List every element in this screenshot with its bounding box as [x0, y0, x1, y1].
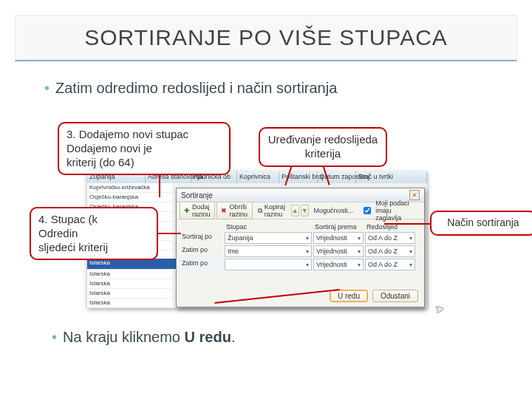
excel-header: Stač u tvrtki — [356, 171, 427, 183]
ok-button[interactable]: U redu — [330, 290, 368, 302]
callout-column: 4. Stupac (k Odredin sljedeći kriterij — [30, 207, 158, 260]
chevron-down-icon: ▾ — [409, 235, 412, 242]
sort-column-select[interactable]: ▾ — [225, 259, 312, 270]
chevron-down-icon: ▾ — [306, 248, 309, 255]
add-level-label: Dodaj razinu — [192, 203, 211, 218]
excel-cell: Istarska — [87, 289, 172, 299]
bullet-1: •Zatim odredimo redoslijed i način sorti… — [44, 80, 337, 97]
dialog-toolbar: ✚ Dodaj razinu ✖ Obriši razinu ⧉ Kopiraj… — [177, 202, 424, 219]
excel-cell: Istarska — [87, 279, 172, 289]
sort-order-select[interactable]: Od A do Z▾ — [365, 259, 415, 270]
sort-order-select[interactable]: Od A do Z▾ — [365, 245, 415, 257]
col-header-sorton: Sortiraj prema — [313, 222, 364, 231]
move-up-button[interactable]: ▲ — [291, 205, 299, 216]
sort-row-3: Zatim po ▾ Vrijednosti▾ Od A do Z▾ — [180, 258, 421, 271]
bullet-2-post: . — [231, 329, 236, 345]
chevron-down-icon: ▾ — [358, 262, 361, 268]
cursor-icon: ➤ — [434, 302, 446, 316]
callout-order: Uređivanje redoslijeda kriterija — [259, 127, 387, 167]
chevron-down-icon: ▾ — [358, 248, 361, 255]
delete-level-button[interactable]: ✖ Obriši razinu — [216, 202, 252, 219]
checkbox-icon[interactable] — [364, 207, 371, 214]
chevron-down-icon: ▾ — [409, 248, 412, 255]
sort-column-select[interactable]: Županija▾ — [225, 232, 312, 244]
page-title: SORTIRANJE PO VIŠE STUPACA — [15, 15, 517, 61]
chevron-down-icon: ▾ — [306, 262, 309, 268]
has-headers-checkbox[interactable]: Moji podaci imaju zaglavlja — [360, 199, 421, 222]
sort-on-select[interactable]: Vrijednosti▾ — [313, 232, 364, 244]
dialog-buttons: U redu Odustani — [330, 290, 418, 302]
move-down-button[interactable]: ▼ — [301, 205, 309, 216]
bullet-1-text: Zatim odredimo redoslijed i način sortir… — [55, 80, 337, 96]
chevron-down-icon: ▾ — [409, 262, 412, 268]
sort-column-select[interactable]: Ime▾ — [225, 245, 312, 257]
excel-header: Datum zaposlenj — [318, 171, 356, 183]
excel-header: Koprivnica — [237, 171, 279, 183]
excel-cell: Istarska — [87, 270, 172, 279]
bullet-dot-icon: • — [52, 329, 57, 345]
callout-add-level: 3. Dodajemo novi stupac Dodajemo novi je… — [58, 122, 231, 175]
sort-dialog: Sortiranje × ✚ Dodaj razinu ✖ Obriši raz… — [176, 188, 425, 307]
dialog-title: Sortiranje — [181, 191, 213, 200]
cancel-button[interactable]: Odustani — [372, 290, 418, 302]
copy-level-label: Kopiraj razinu — [265, 203, 286, 218]
sort-row-label: Sortiraj po — [180, 231, 224, 245]
chevron-down-icon: ▾ — [358, 235, 361, 242]
copy-icon: ⧉ — [258, 207, 262, 215]
sort-row-1: Sortiraj po Županija▾ Vrijednosti▾ Od A … — [180, 231, 421, 245]
bullet-2: •Na kraju kliknemo U redu. — [52, 329, 235, 346]
slide: SORTIRANJE PO VIŠE STUPACA •Zatim odredi… — [0, 0, 532, 399]
bullet-dot-icon: • — [44, 80, 50, 96]
sort-row-label: Zatim po — [180, 245, 224, 258]
options-button[interactable]: Mogućnosti... — [310, 206, 358, 215]
has-headers-label: Moji podaci imaju zaglavlja — [375, 200, 417, 222]
bullet-2-pre: Na kraju kliknemo — [63, 329, 185, 345]
x-icon: ✖ — [221, 207, 227, 214]
excel-selected-cell: Istarska — [87, 259, 177, 269]
connector-line — [384, 223, 432, 225]
callout-sortmode: Način sortiranja — [430, 211, 532, 236]
sort-order-select[interactable]: Od A do Z▾ — [365, 232, 415, 244]
excel-cell: Istarska — [87, 299, 172, 308]
sort-on-select[interactable]: Vrijednosti▾ — [313, 245, 364, 257]
chevron-down-icon: ▾ — [306, 235, 309, 242]
copy-level-button[interactable]: ⧉ Kopiraj razinu — [254, 202, 290, 219]
delete-level-label: Obriši razinu — [229, 203, 248, 218]
col-header-column: Stupac — [224, 222, 313, 231]
sort-row-label: Zatim po — [180, 258, 224, 271]
add-level-button[interactable]: ✚ Dodaj razinu — [180, 202, 215, 219]
bullet-2-bold: U redu — [185, 329, 231, 345]
sort-row-2: Zatim po Ime▾ Vrijednosti▾ Od A do Z▾ — [180, 245, 421, 258]
plus-icon: ✚ — [184, 207, 190, 214]
sort-grid: Stupac Sortiraj prema Redoslijed Sortira… — [180, 222, 421, 271]
sort-on-select[interactable]: Vrijednosti▾ — [313, 259, 364, 270]
